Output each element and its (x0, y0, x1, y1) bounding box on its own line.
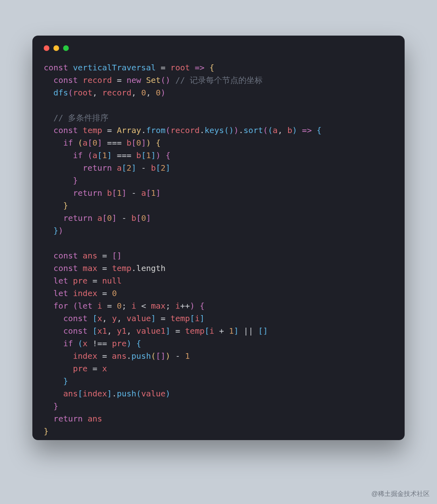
code-token-op: = (161, 63, 165, 72)
code-token-num: 1 (151, 188, 156, 198)
code-token-bp: [ (87, 138, 92, 148)
code-token-param: max (151, 301, 165, 311)
code-token-bp: [ (156, 351, 161, 361)
code-token-param: i (132, 301, 136, 311)
code-token-punc: . (132, 263, 136, 273)
code-token-param: b (287, 125, 292, 135)
code-token-param: x (102, 364, 107, 373)
code-token-type: Set (146, 75, 161, 85)
code-token-bb: [ (92, 326, 97, 336)
code-token-key: if (63, 138, 73, 148)
code-token-param: root (73, 88, 92, 97)
code-token-key: for (53, 301, 68, 311)
code-token-bb: ] (263, 326, 268, 336)
code-token-param: i (195, 313, 199, 323)
code-token-param: b (107, 188, 112, 198)
code-token-bp: ( (161, 75, 165, 85)
code-token-param: ans (87, 414, 102, 424)
code-token-by: { (156, 138, 161, 148)
code-token-punc: . (112, 389, 117, 398)
code-token-key: => (302, 125, 312, 135)
code-token-by: } (63, 201, 68, 210)
code-token-by: ( (151, 351, 156, 361)
code-token-op: = (102, 251, 107, 260)
code-token-param: x1 (97, 326, 107, 336)
code-token-param: i (210, 326, 214, 336)
close-icon[interactable] (44, 45, 49, 51)
code-token-bp: ) (190, 301, 195, 311)
code-token-bb: ) (127, 339, 132, 348)
code-token-by: ) (146, 138, 151, 148)
code-token-punc: , (102, 313, 112, 323)
code-token-param: x (97, 313, 102, 323)
code-token-fn: push (117, 389, 136, 398)
code-token-bb: ( (136, 389, 141, 398)
code-token-op: = (107, 301, 112, 311)
code-token-fn: verticalTraversal (73, 63, 156, 72)
code-token-param: null (102, 276, 122, 286)
code-token-param: pre (73, 364, 87, 373)
code-token-key: return (63, 213, 92, 223)
code-token-param: a (273, 125, 278, 135)
code-token-bb: ( (224, 125, 229, 135)
code-token-bp: ] (161, 351, 165, 361)
code-token-punc: , (117, 313, 127, 323)
code-token-bb: [ (122, 163, 127, 173)
code-token-key: const (53, 125, 78, 135)
code-token-punc: , (92, 88, 102, 97)
code-token-param: a (97, 213, 102, 223)
code-token-fn: dfs (53, 88, 68, 97)
code-token-bp: ) (161, 88, 165, 97)
code-token-bb: [ (78, 389, 83, 398)
code-token-param: temp (170, 313, 190, 323)
code-token-bp: ) (58, 226, 63, 235)
code-token-param: value (127, 313, 151, 323)
code-token-key: let (53, 276, 68, 286)
code-token-op: - (141, 163, 146, 173)
code-token-param: ans (112, 351, 127, 361)
code-token-bb: { (136, 339, 141, 348)
code-token-num: 1 (102, 150, 107, 160)
code-token-bb: ) (229, 125, 234, 135)
code-token-bp: [ (146, 188, 151, 198)
code-token-op: === (117, 150, 132, 160)
code-token-punc: . (199, 125, 204, 135)
code-token-num: 0 (141, 88, 146, 97)
code-token-key: const (63, 313, 87, 323)
code-token-bp: ] (146, 213, 151, 223)
code-token-param: i (175, 301, 180, 311)
code-token-param: b (132, 213, 136, 223)
minimize-icon[interactable] (53, 45, 59, 51)
code-token-param: a (117, 163, 122, 173)
code-token-param: value1 (136, 326, 165, 336)
code-token-op: + (219, 326, 224, 336)
code-token-param: record (83, 75, 112, 85)
code-token-bb: ) (165, 389, 170, 398)
code-token-bp: [ (112, 188, 117, 198)
code-token-bp: ] (117, 251, 122, 260)
code-token-bb: [ (97, 150, 102, 160)
code-token-bp: ] (98, 138, 102, 148)
code-token-prop: length (136, 263, 165, 273)
code-token-param: b (151, 163, 156, 173)
code-token-op: = (175, 326, 180, 336)
code-token-op: = (102, 263, 107, 273)
code-token-bp: ] (156, 188, 161, 198)
zoom-icon[interactable] (63, 45, 69, 51)
code-token-param: ans (63, 389, 78, 398)
code-card: const verticalTraversal = root => { cons… (32, 36, 405, 440)
code-token-cmt: // 多条件排序 (53, 113, 108, 123)
code-token-num: 0 (112, 288, 117, 298)
code-token-punc: . (127, 351, 132, 361)
code-token-param: a (92, 150, 97, 160)
code-token-num: 0 (117, 301, 122, 311)
code-token-punc: , (278, 125, 287, 135)
code-token-bp: ) (234, 125, 239, 135)
code-token-punc: ; (122, 301, 132, 311)
code-token-param: b (136, 150, 141, 160)
code-token-param: a (141, 188, 146, 198)
code-token-param: root (170, 63, 190, 72)
code-token-param: index (83, 389, 107, 398)
code-token-fn: sort (244, 125, 263, 135)
code-token-op: = (102, 351, 107, 361)
